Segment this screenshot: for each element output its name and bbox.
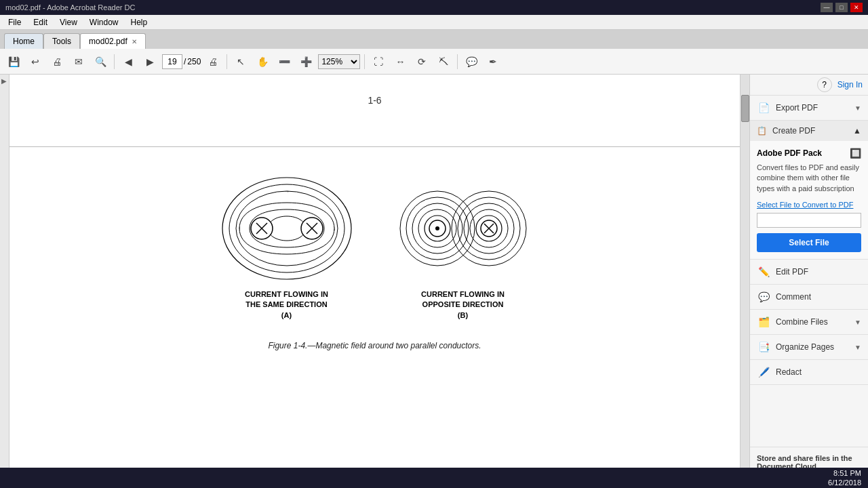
fit-page-button[interactable]: ⛶ bbox=[369, 52, 388, 71]
tools2-button[interactable]: ⛏ bbox=[434, 52, 453, 71]
tab-tools[interactable]: Tools bbox=[43, 33, 80, 49]
next-page-button[interactable]: ▶ bbox=[140, 52, 159, 71]
app-title: mod02.pdf - Adobe Acrobat Reader DC bbox=[5, 3, 135, 12]
taskbar-date: 6/12/2018 bbox=[828, 478, 861, 487]
menu-edit[interactable]: Edit bbox=[28, 16, 53, 28]
close-button[interactable]: ✕ bbox=[850, 3, 863, 12]
comment-tool-button[interactable]: 💬 bbox=[462, 52, 481, 71]
print2-button[interactable]: 🖨 bbox=[203, 52, 222, 71]
edit-pdf-icon: ✏️ bbox=[757, 265, 770, 279]
toolbar: 💾 ↩ 🖨 ✉ 🔍 ◀ ▶ / 250 🖨 ↖ ✋ ➖ ➕ 125% 100% … bbox=[0, 49, 868, 75]
svg-text:↑: ↑ bbox=[238, 226, 241, 232]
tab-tools-label: Tools bbox=[52, 37, 71, 46]
hand-tool-button[interactable]: ✋ bbox=[253, 52, 272, 71]
select-file-button[interactable]: Select File bbox=[757, 233, 861, 252]
redact-label: Redact bbox=[776, 367, 802, 377]
combine-files-chevron: ▼ bbox=[854, 319, 861, 326]
prev-page-button[interactable]: ◀ bbox=[119, 52, 138, 71]
help-button[interactable]: ? bbox=[817, 77, 832, 92]
left-panel: ▶ bbox=[0, 75, 9, 488]
sep4 bbox=[457, 54, 458, 69]
page-content: 1-6 bbox=[9, 75, 740, 488]
zoom-out-button[interactable]: ➖ bbox=[275, 52, 294, 71]
tab-doc[interactable]: mod02.pdf ✕ bbox=[80, 33, 146, 49]
sep3 bbox=[364, 54, 365, 69]
create-pdf-chevron: ▲ bbox=[853, 126, 861, 136]
save-button[interactable]: 💾 bbox=[4, 52, 23, 71]
back-button[interactable]: ↩ bbox=[26, 52, 45, 71]
create-pdf-section: 📋 Create PDF ▲ Adobe PDF Pack 🔲 Convert … bbox=[750, 121, 868, 260]
pdf-area: 1-6 bbox=[9, 75, 749, 488]
fit-width-button[interactable]: ↔ bbox=[391, 52, 410, 71]
redact-icon: 🖊️ bbox=[757, 365, 770, 379]
menu-file[interactable]: File bbox=[3, 16, 26, 28]
menu-help[interactable]: Help bbox=[125, 16, 153, 28]
adobe-pack-info-icon[interactable]: 🔲 bbox=[850, 148, 861, 159]
svg-point-1 bbox=[229, 184, 344, 272]
zoom-select[interactable]: 125% 100% 75% 150% bbox=[318, 54, 360, 69]
organize-pages-label: Organize Pages bbox=[776, 342, 834, 352]
organize-pages-chevron: ▼ bbox=[854, 344, 861, 351]
email-button[interactable]: ✉ bbox=[69, 52, 88, 71]
svg-point-18 bbox=[435, 226, 439, 230]
adobe-pack-title: Adobe PDF Pack 🔲 bbox=[757, 148, 861, 159]
top-right-bar: ? Sign In bbox=[750, 75, 868, 96]
create-pdf-header[interactable]: 📋 Create PDF ▲ bbox=[750, 121, 868, 141]
pen-tool-button[interactable]: ✒ bbox=[484, 52, 502, 71]
print-button[interactable]: 🖨 bbox=[47, 52, 66, 71]
scroll-thumb[interactable] bbox=[741, 95, 749, 122]
export-pdf-tool[interactable]: 📄 Export PDF ▼ bbox=[750, 96, 868, 121]
adobe-pack-desc: Convert files to PDF and easily combine … bbox=[757, 163, 861, 194]
right-sidebar: ? Sign In 📄 Export PDF ▼ 📋 Create PDF ▲ bbox=[749, 75, 868, 488]
maximize-button[interactable]: □ bbox=[835, 3, 848, 12]
page-input[interactable] bbox=[162, 54, 182, 69]
pdf-page: 1-6 bbox=[9, 75, 740, 488]
tab-doc-close[interactable]: ✕ bbox=[132, 38, 137, 45]
select-tool-button[interactable]: ↖ bbox=[231, 52, 250, 71]
figure-a-diagram: → ↑ ↓ bbox=[219, 174, 355, 283]
sign-in-button[interactable]: Sign In bbox=[837, 80, 863, 89]
figure-b: CURRENT FLOWING IN OPPOSITE DIRECTION (B… bbox=[395, 174, 531, 321]
page-number: 1-6 bbox=[368, 95, 381, 106]
menu-view[interactable]: View bbox=[54, 16, 83, 28]
sep2 bbox=[226, 54, 227, 69]
organize-pages-icon: 📑 bbox=[757, 340, 770, 354]
select-file-link[interactable]: Select File to Convert to PDF bbox=[757, 201, 861, 209]
export-pdf-label: Export PDF bbox=[776, 103, 818, 113]
edit-pdf-tool[interactable]: ✏️ Edit PDF bbox=[750, 260, 868, 285]
comment-tool[interactable]: 💬 Comment bbox=[750, 285, 868, 310]
svg-text:→: → bbox=[284, 188, 290, 195]
page-total: 250 bbox=[187, 57, 201, 66]
tab-home[interactable]: Home bbox=[4, 33, 43, 49]
menu-window[interactable]: Window bbox=[84, 16, 124, 28]
zoom-in-button[interactable]: ➕ bbox=[296, 52, 315, 71]
redact-tool[interactable]: 🖊️ Redact bbox=[750, 360, 868, 385]
select-file-input[interactable] bbox=[757, 213, 861, 228]
create-pdf-label: Create PDF bbox=[772, 126, 815, 136]
tab-home-label: Home bbox=[13, 37, 35, 46]
tab-doc-label: mod02.pdf bbox=[89, 37, 127, 46]
fig-a-label: CURRENT FLOWING IN THE SAME DIRECTION (A… bbox=[245, 289, 328, 321]
titlebar: mod02.pdf - Adobe Acrobat Reader DC — □ … bbox=[0, 0, 868, 15]
page-divider bbox=[9, 146, 740, 147]
panel-collapse-arrow[interactable]: ▶ bbox=[1, 77, 8, 84]
figure-a: → ↑ ↓ CURRENT FLOWING IN THE SAME DIRECT… bbox=[219, 174, 355, 321]
create-pdf-body: Adobe PDF Pack 🔲 Convert files to PDF an… bbox=[750, 141, 868, 259]
taskbar-time: 8:51 PM bbox=[833, 468, 861, 478]
minimize-button[interactable]: — bbox=[821, 3, 833, 12]
organize-pages-tool[interactable]: 📑 Organize Pages ▼ bbox=[750, 335, 868, 360]
main-layout: ▶ 1-6 bbox=[0, 75, 868, 488]
comment-icon: 💬 bbox=[757, 290, 770, 304]
fig-b-label: CURRENT FLOWING IN OPPOSITE DIRECTION (B… bbox=[421, 289, 505, 321]
svg-text:↓: ↓ bbox=[333, 226, 336, 232]
figure-caption: Figure 1-4.—Magnetic field around two pa… bbox=[268, 341, 481, 350]
taskbar: 8:51 PM 6/12/2018 bbox=[0, 468, 868, 488]
search-button[interactable]: 🔍 bbox=[91, 52, 110, 71]
rotate-button[interactable]: ⟳ bbox=[412, 52, 431, 71]
sep1 bbox=[114, 54, 115, 69]
combine-files-icon: 🗂️ bbox=[757, 315, 770, 329]
pdf-scrollbar[interactable] bbox=[740, 75, 749, 488]
create-pdf-icon: 📋 bbox=[757, 126, 767, 136]
combine-files-label: Combine Files bbox=[776, 317, 828, 327]
combine-files-tool[interactable]: 🗂️ Combine Files ▼ bbox=[750, 310, 868, 335]
